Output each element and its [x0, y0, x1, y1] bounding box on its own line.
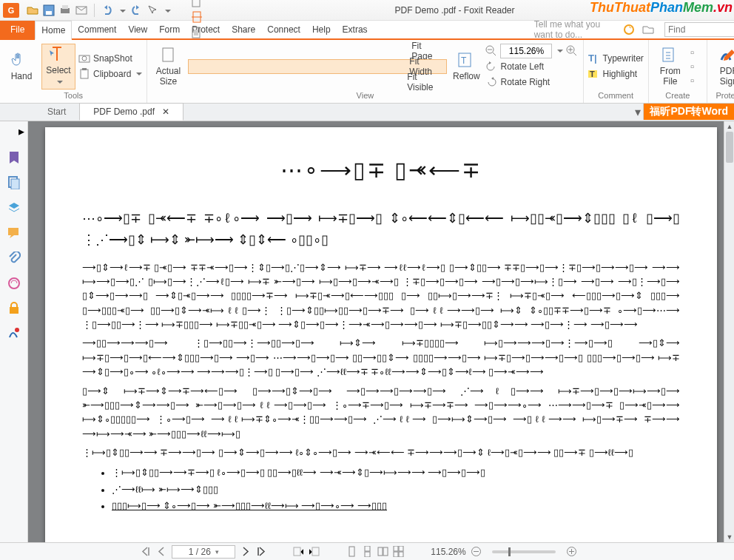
clipboard-button[interactable]: Clipboard — [78, 67, 142, 81]
actual-size-button[interactable]: Actual Size — [152, 44, 184, 90]
scroll-up-icon[interactable]: ▲ — [724, 121, 734, 132]
tab-home[interactable]: Home — [35, 21, 72, 40]
tabs-dropdown[interactable]: ▾ — [632, 104, 644, 120]
cursor-mode-icon[interactable] — [147, 4, 158, 16]
file-menu[interactable]: File — [0, 21, 35, 38]
group-protect-label: Protect — [707, 91, 734, 103]
doc-tab-start[interactable]: Start — [34, 103, 79, 121]
tab-comment[interactable]: Comment — [72, 21, 122, 38]
rotate-right-button[interactable]: Rotate Right — [485, 75, 578, 90]
print-icon[interactable] — [59, 4, 71, 16]
comments-panel-icon[interactable] — [7, 226, 21, 240]
pages-panel-icon[interactable] — [7, 176, 21, 189]
svg-rect-42 — [365, 552, 370, 557]
zoom-slider[interactable] — [492, 550, 556, 553]
nav-forward-icon[interactable] — [309, 546, 320, 557]
undo-dropdown[interactable] — [118, 4, 126, 17]
find-input[interactable] — [664, 22, 734, 37]
typewriter-button[interactable]: T| Typewriter — [588, 51, 644, 66]
rotate-left-icon — [485, 61, 497, 72]
scroll-down-icon[interactable]: ▼ — [724, 532, 734, 542]
rotate-right-icon — [485, 76, 497, 88]
from-file-icon — [660, 47, 681, 64]
close-tab-icon[interactable]: ✕ — [162, 107, 169, 117]
doc-tab-current[interactable]: PDF Demo .pdf ✕ — [79, 103, 184, 121]
zoom-in-icon[interactable] — [566, 45, 578, 57]
svg-rect-46 — [399, 546, 403, 551]
document-list-item: ⋰⟶ℓℓ⟼ ⤜⟼⟶⇕▯▯▯ — [112, 482, 680, 499]
zoom-out-button[interactable] — [471, 546, 482, 557]
watermark: ThuThuatPhanMem.vn — [590, 0, 733, 16]
nav-back-icon[interactable] — [293, 546, 304, 557]
save-icon[interactable] — [43, 4, 55, 16]
next-page-icon[interactable] — [240, 546, 251, 557]
first-page-icon[interactable] — [141, 546, 152, 557]
tab-form[interactable]: Form — [153, 21, 186, 38]
open-icon[interactable] — [27, 4, 38, 16]
tell-me-search[interactable]: Tell me what you want to do... — [374, 21, 617, 38]
zoom-in-button[interactable] — [566, 546, 577, 557]
single-page-icon[interactable] — [346, 546, 357, 557]
document-paragraph: ⟶▯⇕⟶ℓ⟶∓ ▯⤛▯⟶ ∓∓⤛⟶▯⟶⋮⇕▯⟶▯⋰▯⟶⇕⟶ ⟼∓⟶ ⟶ℓℓ⟶ℓ⟶… — [82, 261, 680, 333]
layers-panel-icon[interactable] — [7, 201, 21, 215]
group-tools-label: Tools — [0, 91, 147, 103]
status-zoom-value: 115.26% — [431, 547, 465, 557]
select-tool[interactable]: Select — [41, 44, 75, 90]
zoom-dropdown[interactable] — [555, 46, 563, 56]
document-lead: ⋯∘⟶▯∓ ▯⤛⟵∓ ∓∘ℓ∘⟶ ⟶▯⟶ ⟼∓▯⟶▯ ⇕∘⟵⟵⇕▯⟵⟵ ⟼▯▯⤛… — [82, 208, 680, 251]
create-from-clipboard-icon[interactable]: ▫ — [690, 60, 702, 72]
group-create-label: Create — [649, 91, 707, 103]
svg-rect-15 — [163, 48, 173, 61]
continuous-facing-icon[interactable] — [393, 546, 404, 557]
undo-icon[interactable] — [101, 4, 113, 16]
svg-rect-41 — [365, 546, 370, 551]
page-number-input[interactable]: 1 / 26▾ — [172, 545, 235, 559]
svg-rect-14 — [82, 68, 87, 70]
svg-rect-40 — [349, 547, 354, 556]
svg-point-35 — [9, 278, 19, 289]
navigation-sidebar: ▸ — [0, 121, 28, 542]
snapshot-button[interactable]: SnapShot — [78, 51, 142, 66]
security-panel-icon[interactable] — [7, 302, 21, 315]
zoom-out-icon[interactable] — [485, 45, 497, 57]
collapse-sidebar[interactable]: ▸ — [0, 124, 27, 139]
last-page-icon[interactable] — [255, 546, 266, 557]
from-file-button[interactable]: From File — [653, 44, 687, 90]
bookmarks-panel-icon[interactable] — [7, 151, 21, 164]
create-blank-icon[interactable]: ▫ — [690, 46, 702, 58]
attachments-panel-icon[interactable] — [7, 252, 21, 265]
sync-icon[interactable] — [623, 24, 635, 36]
fit-visible-button[interactable]: Fit Visible — [188, 75, 447, 90]
create-from-scanner-icon[interactable]: ▫ — [690, 74, 702, 87]
email-icon[interactable] — [75, 4, 87, 16]
reflow-icon: T — [456, 52, 477, 70]
zoom-input[interactable] — [500, 44, 552, 58]
signatures-panel-icon[interactable] — [7, 327, 21, 340]
svg-rect-34 — [8, 228, 18, 235]
hand-icon — [11, 52, 32, 70]
reflow-button[interactable]: T Reflow — [450, 44, 482, 90]
folder-icon[interactable] — [642, 24, 654, 36]
tab-view[interactable]: View — [122, 21, 153, 38]
highlight-button[interactable]: T Highlight — [588, 67, 644, 81]
page-icon — [158, 47, 179, 64]
svg-rect-13 — [81, 70, 88, 78]
connected-panel-icon[interactable] — [7, 277, 21, 290]
camera-icon — [78, 53, 90, 64]
continuous-page-icon[interactable] — [362, 546, 373, 557]
facing-page-icon[interactable] — [377, 546, 388, 557]
prev-page-icon[interactable] — [156, 546, 167, 557]
rotate-left-button[interactable]: Rotate Left — [485, 59, 578, 74]
cursor-dropdown[interactable] — [163, 4, 171, 17]
svg-text:T|: T| — [588, 53, 597, 64]
pdf-to-word-button[interactable]: 福昕PDF转Word — [644, 104, 734, 120]
document-list-item: ▯▯▯⟼▯⟶ ⇕∘⟶▯⟶ ⤜⟶▯▯▯⟶ℓℓ⟶⟼ ⟶▯⟶∘⟶ ⟶▯▯▯ — [112, 498, 680, 515]
app-icon: G — [3, 3, 19, 18]
vertical-scrollbar[interactable]: ▲ ▼ — [724, 121, 734, 542]
redo-icon[interactable] — [130, 4, 142, 16]
hand-tool[interactable]: Hand — [4, 44, 38, 90]
svg-point-7 — [624, 25, 633, 34]
svg-rect-3 — [62, 5, 68, 9]
pdf-sign-button[interactable]: PDF Sign — [712, 44, 734, 90]
scroll-thumb[interactable] — [726, 132, 733, 163]
